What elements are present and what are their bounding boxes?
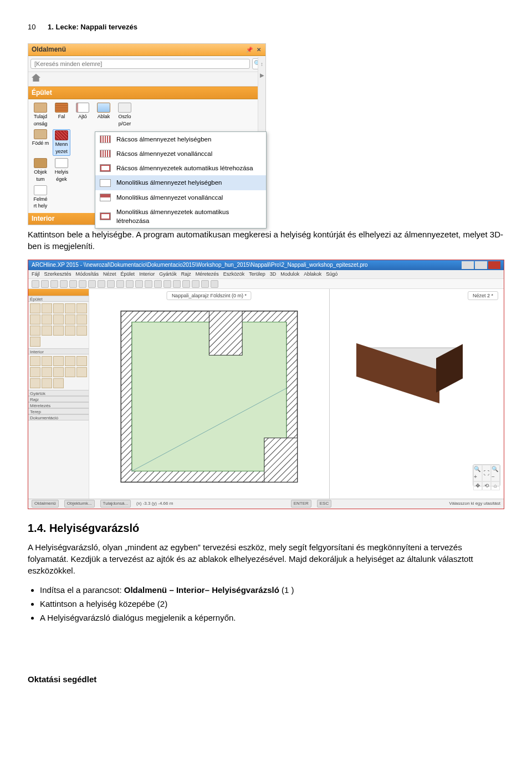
menu-item-monolit-auto[interactable]: Monolitikus álmennyezetek automatikus lé… [95, 205, 266, 228]
sidebar-section[interactable]: Terep [28, 408, 89, 414]
line-icon [100, 194, 111, 201]
rotate-icon: ⟲ [482, 481, 491, 490]
list-item: Indítsa el a parancsot: Oldalmenü – Inte… [40, 584, 504, 596]
zoom-out-icon: 🔍− [491, 465, 500, 481]
panel-search-row: 🔍 [28, 56, 265, 72]
key-hint: ESC [317, 500, 331, 507]
section-heading: 1.4. Helyiségvarázsló [28, 520, 504, 536]
menu-item-racsos-helyisegben[interactable]: Rácsos álmennyezet helyiségben [95, 132, 266, 146]
chapter-title: 1. Lecke: Nappali tervezés [48, 23, 137, 31]
sidebar-section[interactable]: Gyártók [28, 390, 89, 396]
view-tab[interactable]: Nézet 2 * [468, 291, 498, 301]
paragraph-below-screenshot1: Kattintson bele a helyiségbe. A program … [28, 229, 504, 252]
mainwin-window-buttons[interactable] [462, 261, 500, 269]
mono-icon [100, 179, 111, 187]
ceiling-dropdown-menu: Rácsos álmennyezet helyiségben Rácsos ál… [95, 131, 267, 229]
search-input[interactable] [30, 59, 250, 69]
status-tab[interactable]: Oldalmenü [32, 500, 59, 507]
category-epulet[interactable]: Épület [28, 87, 265, 99]
auto-icon [100, 164, 111, 172]
panel-titlebar: Oldalmenü 📌 ✕ [28, 44, 265, 56]
panel-window-buttons[interactable]: 📌 ✕ [246, 46, 262, 54]
menu-item-racsos-auto[interactable]: Rácsos álmennyezetek automatikus létreho… [95, 161, 266, 175]
tool-tulajdonsag[interactable]: Tulajd onság [32, 103, 49, 127]
panel-home-row [28, 72, 265, 87]
status-hint: Válasszon ki egy utasítást [449, 500, 501, 506]
svg-rect-3 [264, 438, 298, 482]
plan-tab[interactable]: Nappali_alaprajz Földszint (0 m) * [167, 291, 252, 301]
menu-item-racsos-vonallanc[interactable]: Rácsos álmennyezet vonallánccal [95, 146, 266, 161]
expand-icon[interactable]: ↕ [260, 60, 263, 68]
list-item: A Helyiségvarázsló dialógus megjelenik a… [40, 612, 504, 623]
home-view-icon: ⌂ [491, 481, 500, 490]
tool-oszlop[interactable]: Oszlo p/Ger [116, 103, 134, 127]
tool-empty [74, 185, 91, 210]
panel-title-text: Oldalmenü [32, 45, 66, 54]
home-icon[interactable] [32, 74, 40, 82]
footer-text: Oktatási segédlet [28, 673, 504, 685]
tool-objektum[interactable]: Objek tum [32, 158, 49, 182]
tool-fodem[interactable]: Födé m [32, 129, 49, 156]
mainwin-titlebar: ARCHline.XP 2015 - \\newrozal\Dokumentac… [28, 260, 504, 270]
sidebar-section[interactable]: Dokumentáció [28, 414, 89, 420]
zoom-in-icon: 🔍+ [473, 465, 482, 481]
mainwin-menubar[interactable]: FájlSzerkesztés MódosításNézet ÉpületInt… [28, 270, 504, 279]
tool-ablak[interactable]: Ablak [95, 103, 112, 127]
zoom-fit-icon: ⛶ [482, 465, 491, 481]
sidebar-section[interactable]: Interior [28, 348, 89, 354]
auto-icon [100, 212, 111, 220]
section-paragraph: A Helyiségvarázsló, olyan „mindent az eg… [28, 541, 504, 576]
tool-ajto[interactable]: Ajtó [74, 103, 91, 127]
menu-item-monolit-vonallanc[interactable]: Monolitikus álmennyezet vonallánccal [95, 190, 266, 205]
statusbar: Oldalmenü Objektumk... Tulajdonsá... (x)… [28, 499, 504, 509]
coord-readout: (x) -3.3 (y) -4.66 m [136, 500, 173, 506]
sidebar-section[interactable]: Rajz [28, 396, 89, 402]
bullet-list: Indítsa el a parancsot: Oldalmenü – Inte… [28, 584, 504, 623]
sidebar-section[interactable]: Épület [28, 296, 89, 302]
page-number: 10 [28, 22, 35, 32]
3d-model [352, 339, 463, 405]
grid-icon [100, 150, 111, 158]
tool-helyisegek[interactable]: Helyis égek [53, 158, 70, 182]
grid-icon [100, 135, 111, 143]
mainwin-sidebar: Épület Interior Gyártók Rajz Méretezés T… [28, 289, 89, 499]
tool-felmert-hely[interactable]: Felmé rt hely [32, 185, 49, 210]
tool-empty [53, 185, 70, 210]
key-hint: ENTER [291, 500, 311, 507]
list-item: Kattintson a helyiség közepébe (2) [40, 598, 504, 610]
status-tab[interactable]: Tulajdonsá... [100, 500, 131, 507]
mainwin-workarea: Nappali_alaprajz Földszint (0 m) * [89, 289, 504, 499]
page-header: 10 1. Lecke: Nappali tervezés [28, 22, 504, 32]
chevron-right-icon[interactable]: ▶ [260, 72, 264, 79]
mainwin-body: Épület Interior Gyártók Rajz Méretezés T… [28, 289, 504, 499]
sidebar-head [28, 289, 89, 296]
mainwin-toolbar[interactable] [28, 279, 504, 289]
plan-view[interactable]: Nappali_alaprajz Földszint (0 m) * [89, 289, 330, 499]
menu-item-monolit-helyisegben[interactable]: Monolitikus álmennyezet helyiségben [95, 175, 266, 190]
svg-rect-2 [209, 311, 242, 355]
tool-empty [74, 129, 91, 156]
tool-fal[interactable]: Fal [53, 103, 70, 127]
tool-mennyezet[interactable]: Menn yezet [53, 129, 70, 156]
floorplan-svg [89, 289, 329, 499]
mainwin-title: ARCHline.XP 2015 - \\newrozal\Dokumentac… [32, 261, 368, 269]
status-tab[interactable]: Objektumk... [64, 500, 95, 507]
3d-view[interactable]: Nézet 2 * ⤡ 🔍+⛶🔍− ✥⟲⌂ [330, 289, 504, 499]
tool-empty [74, 158, 91, 182]
sidebar-section[interactable]: Méretezés [28, 402, 89, 408]
screenshot-side-panel: Oldalmenü 📌 ✕ 🔍 Épület Tulajd onság Fal … [28, 43, 266, 225]
screenshot-main-window: ARCHline.XP 2015 - \\newrozal\Dokumentac… [28, 260, 504, 509]
zoom-controls[interactable]: 🔍+⛶🔍− ✥⟲⌂ [473, 464, 500, 486]
pan-icon: ✥ [473, 481, 482, 490]
